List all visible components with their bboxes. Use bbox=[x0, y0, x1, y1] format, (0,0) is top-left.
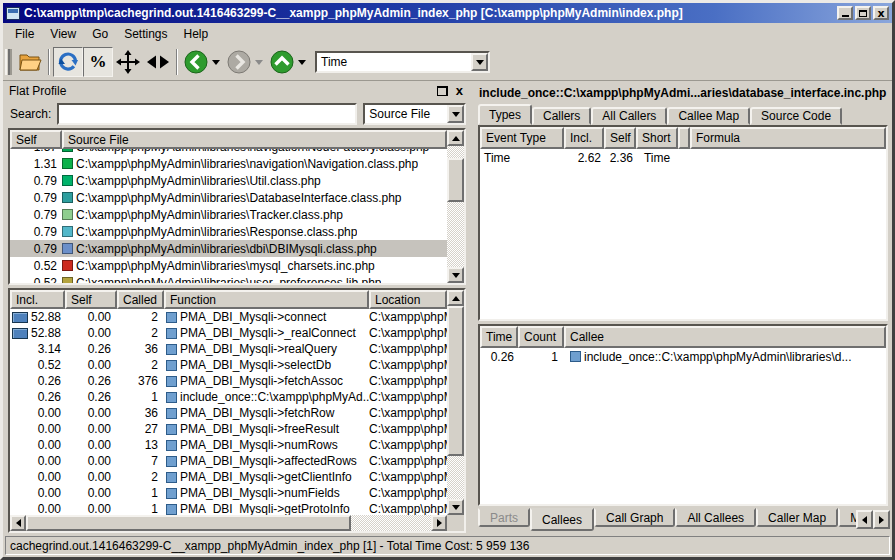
tab-parts[interactable]: Parts bbox=[478, 508, 530, 527]
back-dropdown-arrow[interactable] bbox=[212, 60, 220, 65]
function-row[interactable]: 0.52 0.00 2 PMA_DBI_Mysqli->selectDb C:\… bbox=[10, 357, 447, 373]
scrollbar-track[interactable] bbox=[447, 306, 464, 499]
tab-all-callees[interactable]: All Callees bbox=[675, 508, 756, 527]
source-file-row-selected[interactable]: 0.79 C:\xampp\phpMyAdmin\libraries\dbi\D… bbox=[10, 240, 447, 257]
scrollbar-track[interactable] bbox=[447, 146, 464, 267]
tab-scroll-right-button[interactable] bbox=[873, 510, 890, 529]
scrollbar-thumb[interactable] bbox=[447, 158, 464, 202]
scroll-down-button[interactable] bbox=[447, 499, 464, 515]
function-row[interactable]: 52.88 0.00 2 PMA_DBI_Mysqli->connect C:\… bbox=[10, 309, 447, 325]
title-bar[interactable]: C:\xampp\tmp\cachegrind.out.1416463299-C… bbox=[3, 3, 892, 23]
tab-all-callers[interactable]: All Callers bbox=[591, 107, 667, 125]
tab-callers[interactable]: Callers bbox=[532, 107, 591, 125]
tab-callee-map[interactable]: Callee Map bbox=[667, 107, 750, 125]
event-type-combobox[interactable]: Time bbox=[315, 51, 490, 73]
scrollbar-track[interactable] bbox=[26, 515, 431, 531]
column-header-time[interactable]: Time bbox=[480, 326, 518, 348]
close-button[interactable]: x bbox=[873, 6, 889, 20]
source-file-row[interactable]: 0.79 C:\xampp\phpMyAdmin\libraries\Respo… bbox=[10, 223, 447, 240]
scroll-up-button[interactable] bbox=[447, 130, 464, 146]
column-header-self[interactable]: Self bbox=[65, 290, 117, 309]
cycle-grouping-button[interactable] bbox=[53, 47, 83, 77]
column-header-self[interactable]: Self bbox=[10, 130, 62, 149]
column-header-event-type[interactable]: Event Type bbox=[480, 127, 564, 149]
column-header-self[interactable]: Self bbox=[604, 127, 636, 149]
tab-scroll-left-button[interactable] bbox=[856, 510, 873, 529]
tab-source-code[interactable]: Source Code bbox=[750, 107, 842, 125]
event-type-row[interactable]: Time 2.62 2.36 Time bbox=[480, 149, 886, 166]
vertical-scrollbar[interactable] bbox=[447, 130, 464, 283]
column-header-incl[interactable]: Incl. bbox=[564, 127, 604, 149]
column-header-formula[interactable]: Formula bbox=[690, 127, 886, 149]
vertical-scrollbar[interactable] bbox=[447, 290, 464, 515]
column-header-incl[interactable]: Incl. bbox=[10, 290, 65, 309]
source-file-row[interactable]: 1.31 C:\xampp\phpMyAdmin\libraries\navig… bbox=[10, 155, 447, 172]
function-location: C:\xampp\phpMy... bbox=[369, 342, 447, 356]
function-row[interactable]: 0.00 0.00 2 PMA_DBI_Mysqli->getClientInf… bbox=[10, 469, 447, 485]
search-input[interactable] bbox=[57, 103, 357, 125]
panel-splitter[interactable] bbox=[467, 82, 474, 533]
function-row[interactable]: 0.00 0.00 1 PMA_DBI_Mysqli->getProtoInfo… bbox=[10, 501, 447, 515]
column-header-function[interactable]: Function bbox=[164, 290, 369, 309]
relative-width-button[interactable] bbox=[143, 47, 173, 77]
menu-help[interactable]: Help bbox=[176, 25, 217, 43]
maximize-button[interactable] bbox=[855, 6, 871, 20]
callee-row[interactable]: 0.26 1 include_once::C:\xampp\phpMyAdmin… bbox=[480, 348, 886, 365]
forward-button[interactable] bbox=[224, 47, 254, 77]
column-header-count[interactable]: Count bbox=[518, 326, 564, 348]
source-file-row[interactable]: 0.52 C:\xampp\phpMyAdmin\libraries\mysql… bbox=[10, 257, 447, 274]
expand-all-button[interactable] bbox=[113, 47, 143, 77]
function-row[interactable]: 0.00 0.00 13 PMA_DBI_Mysqli->numRows C:\… bbox=[10, 437, 447, 453]
up-button[interactable] bbox=[267, 47, 297, 77]
tab-callees[interactable]: Callees bbox=[530, 508, 594, 531]
tab-caller-map[interactable]: Caller Map bbox=[756, 508, 838, 527]
open-file-button[interactable] bbox=[15, 47, 45, 77]
back-button[interactable] bbox=[181, 47, 211, 77]
group-by-combobox[interactable]: Source File bbox=[363, 103, 466, 125]
function-row[interactable]: 0.26 0.26 376 PMA_DBI_Mysqli->fetchAssoc… bbox=[10, 373, 447, 389]
function-row[interactable]: 0.26 0.26 1 include_once::C:\xampp\phpMy… bbox=[10, 389, 447, 405]
function-row[interactable]: 0.00 0.00 1 PMA_DBI_Mysqli->numFields C:… bbox=[10, 485, 447, 501]
float-dock-icon[interactable] bbox=[437, 86, 448, 96]
forward-dropdown-arrow[interactable] bbox=[255, 60, 263, 65]
function-row[interactable]: 52.88 0.00 2 PMA_DBI_Mysqli->_realConnec… bbox=[10, 325, 447, 341]
horizontal-scrollbar[interactable] bbox=[10, 515, 464, 531]
source-file-row[interactable]: 0.79 C:\xampp\phpMyAdmin\libraries\Datab… bbox=[10, 189, 447, 206]
scroll-down-button[interactable] bbox=[447, 267, 464, 283]
scroll-right-button[interactable] bbox=[431, 515, 447, 531]
column-header-location[interactable]: Location bbox=[369, 290, 447, 309]
scrollbar-thumb[interactable] bbox=[26, 515, 351, 531]
column-header-spacer[interactable] bbox=[678, 127, 690, 149]
maximize-icon bbox=[859, 10, 867, 17]
column-header-source-file[interactable]: Source File bbox=[62, 130, 447, 149]
source-file-row[interactable]: 0.52 C:\xampp\phpMyAdmin\libraries\user_… bbox=[10, 274, 447, 283]
combo-dropdown-button[interactable] bbox=[471, 53, 488, 71]
column-header-short[interactable]: Short bbox=[636, 127, 678, 149]
menu-file[interactable]: File bbox=[7, 25, 42, 43]
column-header-called[interactable]: Called bbox=[117, 290, 164, 309]
menu-settings[interactable]: Settings bbox=[116, 25, 175, 43]
scroll-left-button[interactable] bbox=[10, 515, 26, 531]
tab-call-graph[interactable]: Call Graph bbox=[594, 508, 675, 527]
search-label: Search: bbox=[5, 107, 57, 121]
minimize-button[interactable] bbox=[837, 6, 853, 20]
menu-view[interactable]: View bbox=[42, 25, 84, 43]
up-dropdown-arrow[interactable] bbox=[298, 60, 306, 65]
scroll-up-button[interactable] bbox=[447, 290, 464, 306]
menu-go[interactable]: Go bbox=[84, 25, 116, 43]
function-row[interactable]: 3.14 0.26 36 PMA_DBI_Mysqli->realQuery C… bbox=[10, 341, 447, 357]
scrollbar-thumb[interactable] bbox=[447, 306, 464, 456]
tab-types[interactable]: Types bbox=[478, 104, 532, 125]
function-row[interactable]: 0.00 0.00 36 PMA_DBI_Mysqli->fetchRow C:… bbox=[10, 405, 447, 421]
function-row[interactable]: 0.00 0.00 7 PMA_DBI_Mysqli->affectedRows… bbox=[10, 453, 447, 469]
column-header-callee[interactable]: Callee bbox=[564, 326, 886, 348]
dock-header[interactable]: Flat Profile x bbox=[5, 82, 467, 100]
source-file-row[interactable]: 0.79 C:\xampp\phpMyAdmin\libraries\Track… bbox=[10, 206, 447, 223]
call-count: 36 bbox=[117, 342, 164, 356]
percent-toggle-button[interactable]: % bbox=[83, 47, 113, 77]
combo-dropdown-button[interactable] bbox=[447, 105, 464, 123]
close-dock-icon[interactable]: x bbox=[456, 86, 463, 96]
source-file-row[interactable]: 0.79 C:\xampp\phpMyAdmin\libraries\Util.… bbox=[10, 172, 447, 189]
toolbar-grip[interactable] bbox=[5, 49, 12, 75]
function-row[interactable]: 0.00 0.00 27 PMA_DBI_Mysqli->freeResult … bbox=[10, 421, 447, 437]
